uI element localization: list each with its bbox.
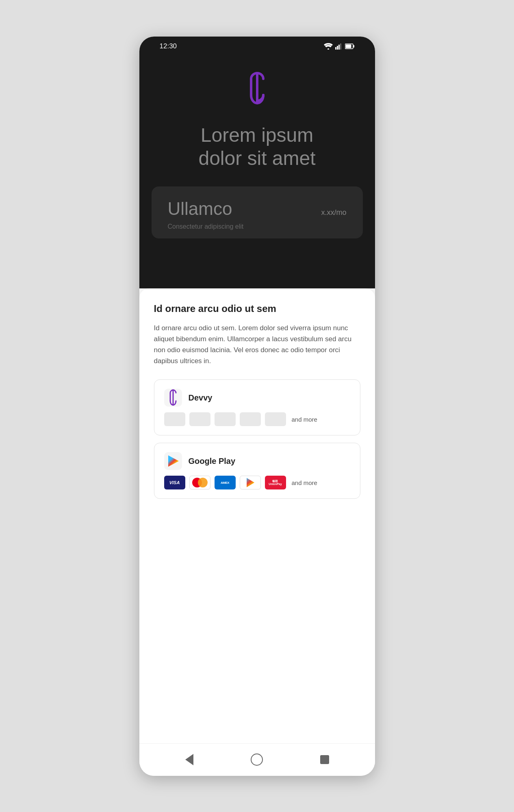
nav-bar [139, 743, 375, 776]
nav-recents-button[interactable] [317, 751, 333, 768]
sheet-body: Id ornare arcu odio ut sem. Lorem dolor … [154, 323, 360, 367]
svg-rect-6 [345, 44, 351, 48]
status-icons [324, 43, 355, 50]
status-bar: 12:30 [152, 37, 363, 50]
svg-rect-7 [353, 45, 354, 48]
bottom-sheet: Id ornare arcu odio ut sem Id ornare arc… [139, 288, 375, 743]
googleplay-methods: VISA AMEX [164, 476, 350, 489]
app-logo [241, 71, 273, 111]
googleplay-name: Google Play [189, 457, 236, 466]
googleplay-header: Google Play [164, 452, 350, 470]
phone-frame: 12:30 [139, 37, 375, 776]
nav-home-button[interactable] [249, 751, 265, 768]
devvy-and-more: and more [292, 416, 317, 423]
mastercard-card [189, 476, 210, 489]
hero-text: Lorem ipsum dolor sit amet [198, 123, 315, 170]
signal-icon [335, 43, 343, 50]
devvy-method-1 [164, 412, 185, 426]
devvy-name: Devvy [189, 393, 213, 403]
googleplay-logo [164, 452, 182, 470]
plan-description: Consectetur adipiscing elit [168, 223, 347, 230]
googleplay-and-more: and more [292, 479, 317, 486]
battery-icon [345, 43, 355, 49]
svg-rect-2 [337, 46, 338, 50]
home-icon [251, 754, 263, 766]
devvy-method-4 [240, 412, 261, 426]
payment-option-devvy[interactable]: Devvy and more [154, 379, 360, 435]
plan-price: x.xx/mo [321, 204, 346, 218]
status-time: 12:30 [160, 42, 177, 50]
svg-rect-1 [335, 47, 336, 50]
sheet-title: Id ornare arcu odio ut sem [154, 303, 360, 314]
svg-rect-4 [340, 43, 341, 50]
payment-option-googleplay[interactable]: Google Play VISA AMEX [154, 443, 360, 499]
devvy-header: Devvy [164, 389, 350, 407]
devvy-method-2 [189, 412, 210, 426]
devvy-method-3 [215, 412, 236, 426]
plan-card: Ullamco x.xx/mo Consectetur adipiscing e… [152, 186, 363, 238]
visa-card: VISA [164, 476, 185, 489]
dark-hero-section: 12:30 [139, 37, 375, 288]
devvy-method-5 [265, 412, 286, 426]
googleplay-card [240, 476, 261, 489]
unionpay-card: 银联UnionPay [265, 476, 286, 489]
nav-back-button[interactable] [181, 751, 197, 768]
back-icon [185, 754, 193, 765]
amex-card: AMEX [215, 476, 236, 489]
svg-rect-3 [338, 45, 340, 50]
devvy-logo [164, 389, 182, 407]
recents-icon [320, 755, 329, 764]
svg-point-0 [327, 48, 329, 50]
plan-name: Ullamco [168, 199, 232, 219]
devvy-methods: and more [164, 412, 350, 426]
wifi-icon [324, 43, 333, 50]
svg-marker-13 [247, 478, 254, 487]
